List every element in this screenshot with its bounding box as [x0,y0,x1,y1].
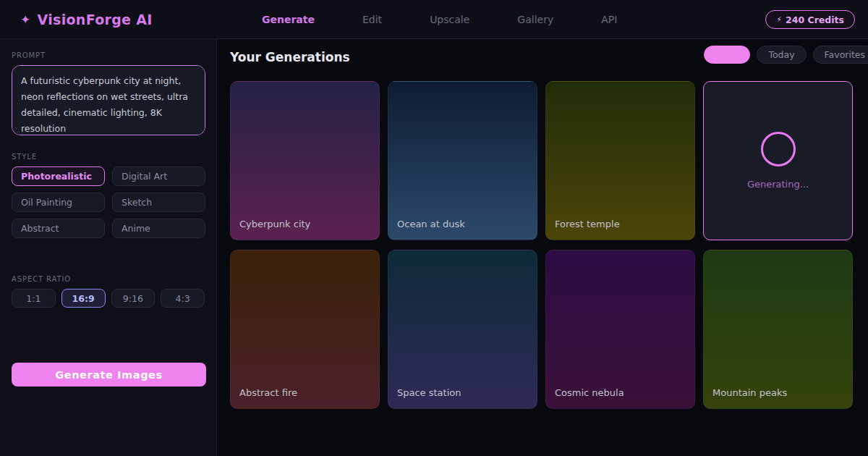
style-chip-oil-painting[interactable]: Oil Painting [12,193,105,212]
nav-item-api[interactable]: API [601,14,617,25]
nav-item-edit[interactable]: Edit [362,14,382,25]
card-label: Cyberpunk city [239,219,310,229]
aspect-chip-16-9[interactable]: 16:9 [61,289,106,308]
aspect-ratio-label: ASPECT RATIO [12,275,205,283]
nav-item-upscale[interactable]: Upscale [430,14,469,25]
generation-card-space-station[interactable]: Space station [388,250,537,409]
generation-card-in-progress[interactable]: Generating... [703,81,853,240]
card-label: Ocean at dusk [397,219,465,229]
aspect-chip-4-3[interactable]: 4:3 [161,289,205,308]
card-label: Mountain peaks [712,387,787,398]
sparkle-icon: ✦ [20,12,31,27]
nav-item-gallery[interactable]: Gallery [517,14,553,25]
top-nav: ✦ VisionForge AI Generate Edit Upscale G… [0,0,868,39]
filter-pills: Today Favorites [704,46,868,64]
sidebar: PROMPT A futuristic cyberpunk city at ni… [0,39,217,456]
filter-pill-favorites[interactable]: Favorites [813,46,868,64]
generation-card-cyberpunk-city[interactable]: Cyberpunk city [230,81,380,240]
nav-menu: Generate Edit Upscale Gallery API [262,14,617,25]
aspect-chip-9-16[interactable]: 9:16 [111,289,156,308]
style-chip-digital-art[interactable]: Digital Art [112,166,205,186]
credits-label: 240 Credits [786,14,844,25]
generating-status-text: Generating... [747,179,809,190]
card-label: Forest temple [555,219,620,229]
style-label: STYLE [12,153,205,161]
credits-badge[interactable]: ⚡ 240 Credits [765,10,855,29]
prompt-input[interactable]: A futuristic cyberpunk city at night, ne… [12,65,205,135]
filter-pill-all[interactable] [704,46,750,64]
style-chip-sketch[interactable]: Sketch [112,193,205,212]
style-chip-photorealistic[interactable]: Photorealistic [12,166,105,186]
style-chip-anime[interactable]: Anime [112,219,205,238]
nav-item-generate[interactable]: Generate [262,14,315,25]
main-panel: Your Generations Today Favorites Cyberpu… [217,39,868,456]
generation-card-ocean-at-dusk[interactable]: Ocean at dusk [388,81,537,240]
loading-spinner-icon [761,132,796,166]
aspect-chip-1-1[interactable]: 1:1 [12,289,56,308]
style-options: Photorealistic Digital Art Oil Painting … [12,166,205,238]
card-label: Cosmic nebula [555,387,624,398]
generation-card-abstract-fire[interactable]: Abstract fire [230,250,380,409]
filter-pill-today[interactable]: Today [757,46,806,64]
generation-card-forest-temple[interactable]: Forest temple [545,81,695,240]
generate-images-button[interactable]: Generate Images [12,363,206,387]
app-logo[interactable]: ✦ VisionForge AI [20,12,153,28]
card-label: Space station [397,387,461,398]
card-label: Abstract fire [239,387,297,398]
style-chip-abstract[interactable]: Abstract [12,219,105,238]
prompt-label: PROMPT [12,51,205,59]
app-name: VisionForge AI [38,12,153,28]
generations-grid: Cyberpunk city Ocean at dusk Forest temp… [230,81,853,409]
aspect-ratio-options: 1:1 16:9 9:16 4:3 [12,289,205,308]
generation-card-cosmic-nebula[interactable]: Cosmic nebula [545,250,695,409]
lightning-icon: ⚡ [776,15,782,25]
generation-card-mountain-peaks[interactable]: Mountain peaks [703,250,853,409]
